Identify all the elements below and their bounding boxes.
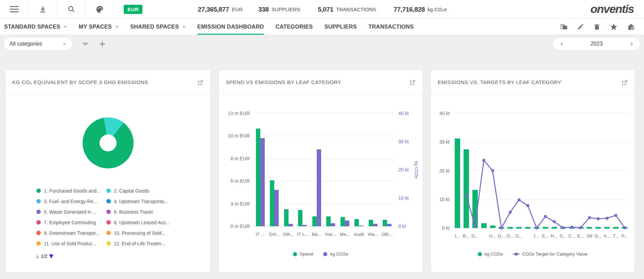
add-to-home-icon[interactable] (627, 23, 635, 31)
legend-item[interactable]: 7. Employee Commuting (36, 217, 106, 228)
x-axis-label: IT ... (256, 232, 265, 237)
spend-bar (354, 219, 359, 226)
x-axis-label: Oth... (382, 232, 393, 237)
chevron-down-icon (182, 25, 186, 29)
legend-item[interactable]: 11. Use of Sold Produc... (36, 238, 106, 249)
currency-badge[interactable]: EUR (124, 5, 142, 14)
x-axis-label: B... (463, 233, 470, 239)
legend-label: 1. Purchased Goods and... (44, 188, 101, 194)
legend-item[interactable]: 3. Fuel- and Energy-Re... (36, 196, 106, 207)
dot-marker-icon (323, 252, 327, 256)
legend-label: kg CO2e (485, 251, 503, 257)
y-axis-tick: 40 kt (439, 111, 450, 116)
stat-kg-co-e: 77,716,828kg CO₂e (394, 0, 447, 19)
x-axis-label: Dril... (269, 232, 280, 237)
legend-item[interactable]: Spend (293, 251, 313, 257)
nav-item-shared-spaces[interactable]: SHARED SPACES (130, 19, 186, 35)
legend-item[interactable]: 10. Processing of Sold... (106, 228, 210, 238)
top-bar: EUR 27,365,877EUR338SUPPLIERS5,071TRANSA… (0, 0, 644, 19)
y-axis-tick-right: 30 kt (398, 139, 408, 144)
nav-item-my-spaces[interactable]: MY SPACES (79, 19, 119, 35)
legend-label: 8. Upstream Leased Ass... (114, 220, 170, 225)
target-line (453, 113, 629, 228)
legend-item[interactable] (106, 249, 210, 251)
spend-emissions-plot: 13 m EUR10 m EUR8 m EUR5 m EUR3 m EUR0 m… (253, 113, 394, 226)
x-axis-label: O... (506, 233, 514, 239)
search-button[interactable] (57, 0, 86, 18)
nav-item-label: STANDARD SPACES (4, 23, 60, 30)
open-in-new-icon[interactable] (197, 79, 204, 86)
pager-up-icon[interactable]: ▲ (36, 253, 39, 259)
co2e-bar (373, 224, 378, 226)
favorite-star-icon[interactable] (610, 23, 618, 31)
nav-item-suppliers[interactable]: SUPPLIERS (325, 19, 357, 35)
menu-button[interactable] (0, 0, 29, 18)
legend-item[interactable]: CO2e Target for Category Value (513, 251, 588, 257)
legend-item[interactable]: 8. Upstream Leased Ass... (106, 217, 210, 228)
legend-item[interactable]: kg CO2e (478, 251, 503, 257)
nav-item-standard-spaces[interactable]: STANDARD SPACES (4, 19, 67, 35)
gridline (253, 226, 394, 227)
nav-item-emission-dashboard[interactable]: EMISSION DASHBOARD (197, 19, 264, 35)
pager-down-icon[interactable]: ▼ (49, 253, 53, 259)
legend-item[interactable]: kg CO2e (323, 251, 348, 257)
legend-pager: ▲ 1/2 ▼ (36, 253, 210, 259)
add-widget-button[interactable] (99, 40, 106, 48)
gridline (253, 113, 394, 114)
nav-item-label: MY SPACES (79, 23, 112, 30)
spend-bar (270, 180, 274, 226)
card-title: EMISSIONS VS. TARGETS BY LEAF CATEGORY (438, 79, 561, 85)
nav-item-categories[interactable]: CATEGORIES (276, 19, 313, 35)
legend-dot (106, 210, 111, 214)
stat-value: 77,716,828 (394, 6, 425, 13)
x-axis-label: O... (515, 233, 523, 239)
legend-item[interactable]: 5. Waste Generated in ... (36, 207, 106, 217)
theme-button[interactable] (86, 0, 114, 18)
legend-label: kg CO2e (330, 251, 348, 257)
y-axis-tick: 8 m EUR (230, 156, 250, 161)
legend-item[interactable] (36, 249, 106, 251)
filter-button[interactable] (82, 40, 89, 48)
legend-item[interactable]: 12. End-of-Life Treatm... (106, 238, 210, 249)
legend-item[interactable]: 2. Capital Goods (106, 185, 210, 196)
card-header: EMISSIONS VS. TARGETS BY LEAF CATEGORY (431, 70, 634, 95)
nav-item-transactions[interactable]: TRANSACTIONS (368, 19, 414, 35)
legend-item[interactable]: 9. Downstream Transpor... (36, 228, 106, 238)
co2e-bar (260, 138, 265, 226)
open-in-new-icon[interactable] (621, 79, 628, 86)
x-axis-label: C... (568, 233, 575, 239)
legend-item[interactable]: 4. Upstream Transporta... (106, 196, 210, 207)
legend-label: CO2e Target for Category Value (522, 251, 588, 257)
year-next-button[interactable]: › (630, 39, 633, 49)
dot-marker-icon (293, 252, 297, 256)
palette-icon (95, 5, 104, 14)
nav-item-label: EMISSION DASHBOARD (197, 23, 264, 30)
year-prev-button[interactable]: ‹ (560, 39, 563, 49)
legend-item[interactable]: 6. Business Travel (106, 207, 210, 217)
y-axis-tick: 3 m EUR (230, 201, 250, 207)
download-button[interactable] (29, 0, 57, 18)
open-in-new-icon[interactable] (409, 79, 416, 86)
pager-page: 1/2 (41, 253, 47, 259)
spend-bar (369, 220, 373, 226)
x-axis-label: T... (613, 233, 619, 239)
edit-icon[interactable] (577, 23, 584, 31)
donut-chart (83, 117, 134, 168)
legend-label: 4. Upstream Transporta... (114, 199, 168, 204)
x-axis-label: O... (498, 233, 505, 239)
delete-icon[interactable] (593, 23, 601, 31)
emissions-targets-plot: 40 kt30 kt20 kt10 kt0 ktI...B...D...H...… (453, 113, 629, 228)
legend-item[interactable]: 1. Purchased Goods and... (36, 185, 106, 196)
y-axis-tick: 20 kt (439, 168, 450, 174)
emissions-vs-targets-card: EMISSIONS VS. TARGETS BY LEAF CATEGORY 4… (431, 70, 635, 273)
filter-icon (82, 40, 89, 48)
co2e-bar (289, 224, 293, 226)
category-filter-dropdown[interactable]: All categories (4, 38, 72, 50)
copy-folder-icon[interactable] (560, 23, 568, 31)
co2e-bar (345, 220, 349, 226)
card-title: SPEND VS EMISSIONS BY LEAF CATEGORY (226, 79, 341, 85)
legend-dot (106, 241, 111, 246)
spend-bar (298, 210, 302, 226)
spend-bar (312, 216, 317, 226)
stat-label: SUPPLIERS (272, 6, 300, 12)
